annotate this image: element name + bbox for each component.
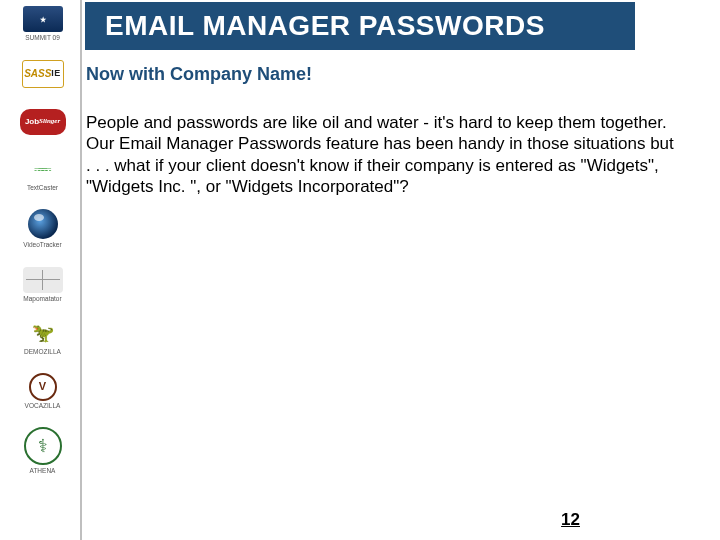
- athena-icon: ⚕: [24, 427, 62, 465]
- body-text: People and passwords are like oil and wa…: [86, 112, 676, 197]
- logo-caption: ATHENA: [30, 468, 56, 475]
- logo-caption: VOCAZILLA: [25, 403, 61, 410]
- logo-sidebar: ★ SUMMIT 09 SASSIE JobSlinger ⎓⎓⎓ TextCa…: [10, 6, 75, 475]
- logo-demozilla: 🦖 DEMOZILLA: [14, 320, 72, 356]
- logo-caption: TextCaster: [27, 185, 58, 192]
- page-title: EMAIL MANAGER PASSWORDS: [105, 10, 545, 42]
- logo-caption: Mapomatator: [23, 296, 61, 303]
- logo-sassie: SASSIE: [14, 60, 72, 91]
- logo-textcaster: ⎓⎓⎓ TextCaster: [14, 156, 72, 192]
- videotracker-icon: [28, 209, 58, 239]
- sassie-icon: SASSIE: [22, 60, 64, 88]
- logo-mapomatator: Mapomatator: [14, 267, 72, 303]
- logo-vocazilla: V VOCAZILLA: [14, 374, 72, 410]
- logo-jobslinger: JobSlinger: [14, 109, 72, 138]
- logo-caption: DEMOZILLA: [24, 349, 61, 356]
- title-bar: EMAIL MANAGER PASSWORDS: [85, 2, 635, 50]
- logo-athena: ⚕ ATHENA: [14, 427, 72, 475]
- mapomatator-icon: [23, 267, 63, 293]
- slide: ★ SUMMIT 09 SASSIE JobSlinger ⎓⎓⎓ TextCa…: [0, 0, 720, 540]
- subheading: Now with Company Name!: [86, 64, 312, 85]
- vocazilla-icon: V: [23, 374, 63, 400]
- logo-videotracker: VideoTracker: [14, 209, 72, 249]
- jobslinger-icon: JobSlinger: [20, 109, 66, 135]
- textcaster-icon: ⎓⎓⎓: [23, 156, 63, 182]
- logo-caption: SUMMIT 09: [25, 35, 60, 42]
- summit-icon: ★: [23, 6, 63, 32]
- logo-summit: ★ SUMMIT 09: [14, 6, 72, 42]
- logo-caption: VideoTracker: [23, 242, 61, 249]
- page-number: 12: [561, 510, 580, 530]
- vertical-divider: [80, 0, 82, 540]
- demozilla-icon: 🦖: [23, 320, 63, 346]
